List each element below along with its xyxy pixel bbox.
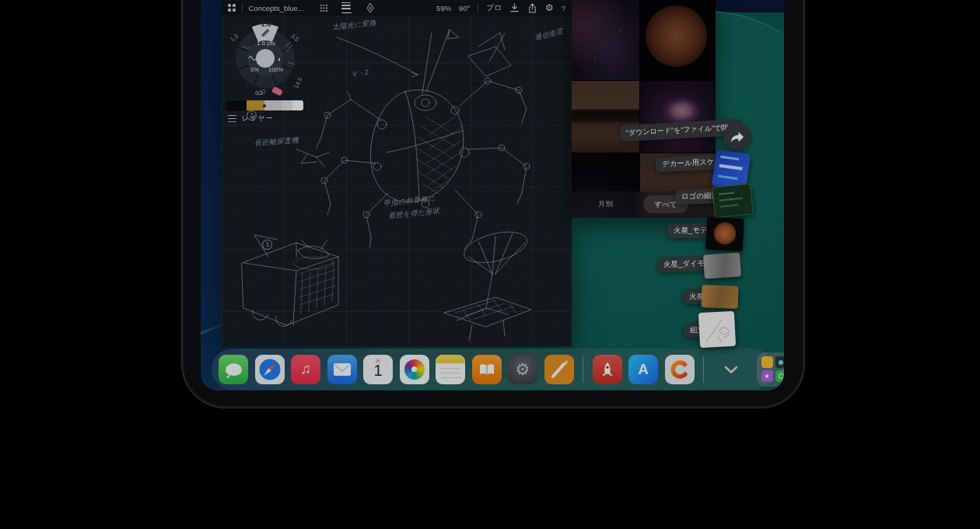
drag-thumb-mars-surface[interactable]	[702, 285, 739, 309]
ipad-screen: Concepts_blue... 59% 90° プロ	[201, 0, 784, 391]
drag-drop-layer: “ダウンロード”を“ファイル”で開く デカール用スケッチ ロゴの細部 火星_モデ…	[201, 0, 784, 391]
drag-thumb-logo-detail[interactable]	[712, 183, 754, 218]
drag-thumb-mars-deimos[interactable]	[703, 252, 741, 279]
drag-thumb-assembly-sketch[interactable]	[698, 311, 736, 348]
drag-thumb-mars-model[interactable]	[705, 217, 744, 251]
share-drop-button[interactable]	[723, 123, 751, 150]
ipad-device: Concepts_blue... 59% 90° プロ	[184, 0, 803, 406]
share-arrow-icon	[730, 131, 744, 143]
